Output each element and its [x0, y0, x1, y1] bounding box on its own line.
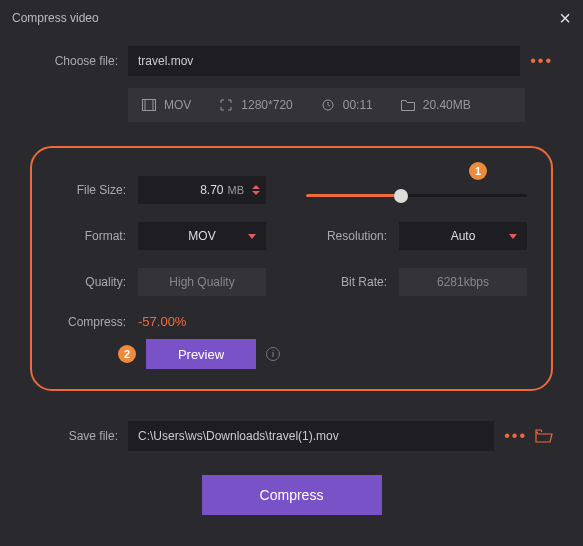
folder-icon	[401, 98, 415, 112]
save-file-input[interactable]	[128, 421, 494, 451]
save-file-row: Save file: •••	[30, 421, 553, 451]
chevron-down-icon	[509, 234, 517, 239]
compress-ratio-value: -57.00%	[138, 314, 186, 329]
format-value: MOV	[188, 229, 215, 243]
footer: Compress	[30, 451, 553, 539]
quality-label: Quality:	[56, 275, 126, 289]
compress-button[interactable]: Compress	[202, 475, 382, 515]
filesize-stepper[interactable]: 8.70 MB	[138, 176, 266, 204]
bitrate-label: Bit Rate:	[307, 275, 387, 289]
chevron-down-icon	[248, 234, 256, 239]
meta-size: 20.40MB	[401, 98, 471, 112]
bitrate-value: 6281kbps	[399, 268, 527, 296]
callout-badge-2: 2	[118, 345, 136, 363]
meta-format: MOV	[142, 98, 191, 112]
meta-size-value: 20.40MB	[423, 98, 471, 112]
expand-icon	[219, 98, 233, 112]
compression-panel: File Size: 8.70 MB 1	[30, 146, 553, 391]
browse-file-button[interactable]: •••	[530, 52, 553, 70]
filesize-slider[interactable]: 1	[306, 184, 527, 197]
compress-video-window: Compress video × Choose file: ••• MOV 12…	[0, 0, 583, 546]
open-folder-icon[interactable]	[535, 429, 553, 443]
clock-icon	[321, 98, 335, 112]
compress-ratio-label: Compress:	[56, 315, 126, 329]
quality-row: Quality: High Quality Bit Rate: 6281kbps	[56, 268, 527, 296]
compress-ratio-row: Compress: -57.00%	[56, 314, 527, 329]
meta-resolution-value: 1280*720	[241, 98, 292, 112]
browse-save-button[interactable]: •••	[504, 427, 527, 445]
save-file-label: Save file:	[30, 429, 118, 443]
filesize-label: File Size:	[56, 183, 126, 197]
preview-button[interactable]: Preview	[146, 339, 256, 369]
slider-fill	[306, 194, 401, 197]
filesize-value: 8.70	[146, 183, 228, 197]
quality-value: High Quality	[138, 268, 266, 296]
resolution-dropdown[interactable]: Auto	[399, 222, 527, 250]
resolution-label: Resolution:	[307, 229, 387, 243]
film-icon	[142, 98, 156, 112]
preview-row: 2 Preview i	[118, 339, 527, 369]
choose-file-input[interactable]	[128, 46, 520, 76]
filesize-unit: MB	[228, 184, 245, 196]
choose-file-row: Choose file: •••	[30, 46, 553, 76]
file-meta-bar: MOV 1280*720 00:11 20.40MB	[128, 88, 525, 122]
chevron-down-icon[interactable]	[252, 191, 260, 195]
meta-duration-value: 00:11	[343, 98, 373, 112]
resolution-value: Auto	[451, 229, 476, 243]
meta-resolution: 1280*720	[219, 98, 292, 112]
slider-thumb[interactable]	[394, 189, 408, 203]
chevron-up-icon[interactable]	[252, 185, 260, 189]
bitrate-group: Bit Rate: 6281kbps	[307, 268, 527, 296]
svg-rect-0	[143, 100, 156, 111]
format-row: Format: MOV Resolution: Auto	[56, 222, 527, 250]
meta-format-value: MOV	[164, 98, 191, 112]
callout-badge-1: 1	[469, 162, 487, 180]
choose-file-label: Choose file:	[30, 54, 118, 68]
close-icon[interactable]: ×	[559, 8, 571, 28]
resolution-group: Resolution: Auto	[307, 222, 527, 250]
meta-duration: 00:11	[321, 98, 373, 112]
slider-track	[306, 194, 527, 197]
titlebar: Compress video ×	[0, 0, 583, 36]
info-icon[interactable]: i	[266, 347, 280, 361]
format-dropdown[interactable]: MOV	[138, 222, 266, 250]
content: Choose file: ••• MOV 1280*720	[0, 36, 583, 546]
window-title: Compress video	[12, 11, 99, 25]
filesize-row: File Size: 8.70 MB 1	[56, 176, 527, 204]
format-label: Format:	[56, 229, 126, 243]
stepper-arrows[interactable]	[252, 185, 260, 195]
